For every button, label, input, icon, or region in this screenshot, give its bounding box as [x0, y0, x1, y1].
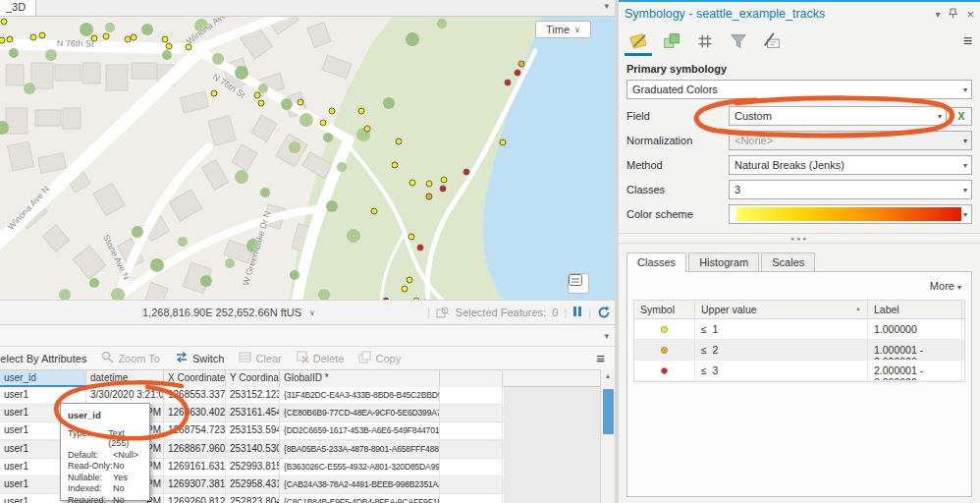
table-cell[interactable]: 1268553.337153	[164, 387, 226, 405]
panel-dropdown-icon[interactable]: ▾	[935, 9, 940, 20]
class-row[interactable]: ≤ 21.000001 - 2.000000	[634, 340, 964, 361]
map-feature-dot[interactable]	[409, 180, 416, 187]
table-cell[interactable]	[440, 441, 503, 459]
table-vertical-scrollbar[interactable]: ▲	[600, 369, 615, 503]
map-feature-dot[interactable]	[7, 36, 14, 43]
map-feature-dot[interactable]	[91, 35, 98, 42]
table-cell[interactable]: {C8C1B84B-E9F5-4DB4-8FEA-9CAFF9F1E12A}	[280, 494, 440, 503]
column-header-datetime[interactable]: datetime	[86, 370, 164, 387]
map-feature-dot[interactable]	[258, 100, 265, 107]
advanced-symbology-tab-icon[interactable]	[760, 29, 784, 53]
map-feature-dot[interactable]	[463, 169, 470, 176]
map-feature-dot[interactable]	[254, 92, 261, 99]
table-cell[interactable]: {31F4B2DC-E4A3-433B-8BD8-B45C2BBD54F0}	[280, 387, 440, 405]
class-label[interactable]: 2.000001 - 3.000000	[868, 361, 962, 381]
map-feature-dot[interactable]	[505, 80, 512, 86]
pause-drawing-button[interactable]	[572, 307, 582, 318]
map-feature-dot[interactable]	[298, 99, 304, 106]
color-scheme-dropdown[interactable]: ▾	[729, 204, 972, 224]
table-cell[interactable]: {DD2C6659-1617-453B-A6E6-549F84470134}	[280, 422, 440, 440]
coordinates-readout[interactable]: 1,268,816.90E 252,652.66N ftUS ∨	[142, 307, 315, 318]
table-cell[interactable]: 253140.530918	[226, 441, 280, 459]
table-cell[interactable]: 252823.804189	[226, 494, 280, 503]
table-cell[interactable]: 253152.123086	[226, 387, 280, 405]
field-dropdown[interactable]: Custom▾	[729, 106, 947, 126]
class-symbol-dot[interactable]	[661, 347, 668, 354]
tab-scales[interactable]: Scales	[761, 252, 815, 272]
column-header-user-id[interactable]: user_id	[0, 370, 86, 387]
map-canvas[interactable]: N 76th StWinona AveN 76th StWinona Ave N…	[0, 17, 615, 300]
table-cell[interactable]	[440, 405, 503, 422]
class-label[interactable]: 1.000001 - 2.000000	[868, 340, 962, 361]
table-cell[interactable]: 253153.594212	[226, 422, 280, 440]
primary-symbology-tab-icon[interactable]	[626, 29, 650, 53]
table-cell[interactable]	[440, 459, 503, 476]
pin-icon[interactable]	[949, 8, 957, 21]
column-header-x-coordinate[interactable]: X Coordinate	[164, 370, 226, 387]
class-row[interactable]: ≤ 32.000001 - 3.000000	[634, 361, 964, 381]
class-upper-value[interactable]: ≤ 3	[695, 361, 868, 381]
vary-symbology-tab-icon[interactable]	[660, 29, 683, 53]
map-feature-dot[interactable]	[408, 234, 415, 241]
class-symbol-dot[interactable]	[661, 367, 668, 374]
symbol-layer-drawing-tab-icon[interactable]	[693, 29, 717, 53]
classes-dropdown[interactable]: 3▾	[729, 180, 972, 199]
map-feature-dot[interactable]	[500, 140, 507, 146]
table-cell[interactable]: {8BA05BA5-233A-4878-8901-A658FFF48825}	[280, 441, 440, 459]
time-button[interactable]: Time ∨	[535, 21, 591, 38]
table-cell[interactable]	[440, 422, 503, 440]
map-feature-dot[interactable]	[426, 194, 433, 200]
table-cell[interactable]: 1269307.381905	[164, 476, 226, 494]
map-feature-dot[interactable]	[358, 108, 365, 115]
table-menu-button[interactable]: ≡	[596, 350, 605, 366]
filter-tab-icon[interactable]	[727, 29, 750, 53]
table-cell[interactable]: 1269260.812444	[164, 494, 226, 503]
classes-column-symbol[interactable]: Symbol	[634, 301, 695, 318]
map-feature-dot[interactable]	[417, 245, 424, 252]
map-feature-dot[interactable]	[426, 181, 433, 188]
table-cell[interactable]: 1268630.402288	[164, 405, 226, 422]
column-header-globalid-[interactable]: GlobalID *	[280, 370, 440, 387]
panel-splitter[interactable]: ●●●	[619, 233, 980, 244]
class-symbol-dot[interactable]	[661, 326, 668, 333]
map-feature-dot[interactable]	[392, 162, 399, 169]
table-cell[interactable]: 252993.815004	[226, 459, 280, 476]
table-cell[interactable]	[440, 494, 503, 503]
classes-column-upper-value[interactable]: Upper value▲	[695, 301, 868, 318]
class-upper-value[interactable]: ≤ 1	[695, 319, 868, 340]
map-feature-dot[interactable]	[131, 34, 137, 41]
map-overview-button[interactable]	[568, 273, 589, 294]
table-cell[interactable]: 1269161.63154	[164, 459, 226, 476]
method-dropdown[interactable]: Natural Breaks (Jenks)▾	[729, 155, 972, 175]
table-cell[interactable]: 1268754.723889	[164, 422, 226, 440]
map-feature-dot[interactable]	[103, 33, 110, 40]
column-header-empty[interactable]	[440, 370, 503, 387]
map-feature-dot[interactable]	[186, 44, 192, 51]
map-feature-dot[interactable]	[396, 139, 403, 145]
tabstrip-overflow-icon[interactable]: ▾	[604, 1, 609, 11]
scroll-up-icon[interactable]: ▲	[601, 369, 615, 379]
set-expression-button[interactable]: X	[951, 107, 972, 126]
map-feature-dot[interactable]	[371, 208, 378, 215]
map-feature-dot[interactable]	[39, 32, 46, 39]
map-feature-dot[interactable]	[515, 70, 521, 77]
table-cell[interactable]: {CAB24A38-78A2-4491-BEEB-998B2351AAC4}	[280, 476, 440, 494]
table-cell[interactable]	[440, 476, 503, 494]
panel-menu-button[interactable]: ≡	[963, 32, 972, 50]
map-feature-dot[interactable]	[166, 43, 173, 50]
pane-options-icon[interactable]: ▾	[604, 331, 609, 341]
class-row[interactable]: ≤ 11.000000	[634, 319, 964, 340]
table-cell[interactable]: 253161.454432	[226, 405, 280, 422]
class-upper-value[interactable]: ≤ 2	[695, 340, 868, 361]
more-menu[interactable]: More ▾	[633, 278, 965, 300]
tab-histogram[interactable]: Histogram	[688, 252, 759, 272]
renderer-dropdown[interactable]: Graduated Colors ▾	[626, 80, 972, 99]
map-view-tab[interactable]: _3D	[0, 0, 36, 16]
toolbar-switch-button[interactable]: Switch	[175, 351, 224, 365]
map-feature-dot[interactable]	[162, 36, 169, 43]
table-cell[interactable]: {CE80B6B9-77CD-48EA-9CF0-5E6D399A7F72}	[280, 405, 440, 422]
class-label[interactable]: 1.000000	[868, 319, 962, 340]
scrollbar-thumb[interactable]	[603, 389, 614, 434]
table-cell[interactable]: {B363026C-E555-4932-A801-320D85DA9925}	[280, 459, 440, 476]
tab-classes[interactable]: Classes	[626, 252, 686, 272]
